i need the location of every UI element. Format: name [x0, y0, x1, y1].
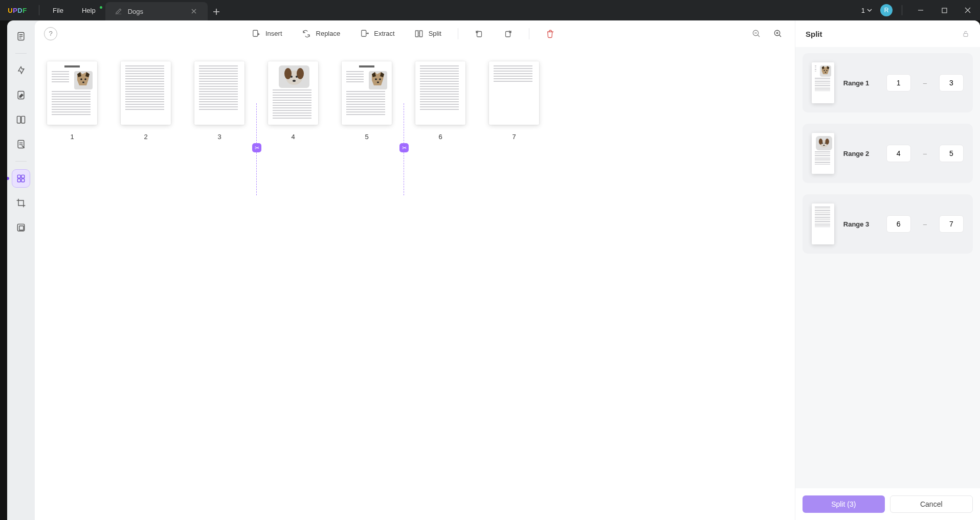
page-thumbnail[interactable]: 7 — [489, 61, 539, 141]
svg-point-25 — [297, 68, 304, 79]
split-confirm-button[interactable]: Split (3) — [803, 495, 885, 513]
page-tool[interactable] — [12, 111, 30, 128]
svg-rect-17 — [505, 31, 510, 37]
close-window-button[interactable] — [959, 0, 977, 20]
reader-tool[interactable] — [12, 28, 30, 45]
range-from-input[interactable] — [886, 215, 911, 233]
cancel-button[interactable]: Cancel — [890, 495, 973, 513]
svg-point-35 — [825, 72, 826, 73]
pencil-edit-icon — [115, 7, 123, 15]
split-icon — [414, 29, 424, 38]
update-dot-icon — [100, 6, 102, 9]
svg-point-31 — [377, 82, 379, 83]
divider — [458, 28, 458, 39]
svg-point-33 — [823, 70, 825, 71]
svg-rect-32 — [964, 33, 968, 36]
replace-button[interactable]: Replace — [299, 26, 344, 41]
range-label: Range 1 — [843, 79, 877, 87]
close-tab-button[interactable] — [189, 7, 198, 16]
titlebar: UPDF File Help Dogs 1 — [0, 0, 980, 20]
range-dash: – — [920, 220, 930, 228]
page-thumbnail[interactable]: 1 — [47, 61, 97, 141]
extract-icon — [360, 29, 369, 38]
svg-rect-16 — [477, 31, 481, 37]
range-dash: – — [920, 150, 930, 157]
split-panel: Split Range 1–Range 2–Range 3– Split (3)… — [795, 20, 980, 520]
svg-point-34 — [826, 70, 827, 71]
delete-page-button[interactable] — [543, 26, 558, 41]
crop-tool[interactable] — [12, 194, 30, 212]
range-from-input[interactable] — [886, 145, 911, 162]
edit-tool[interactable] — [12, 86, 30, 104]
range-thumbnail — [812, 133, 834, 174]
svg-rect-9 — [21, 179, 25, 182]
svg-point-24 — [284, 68, 292, 79]
account-switcher[interactable]: 1 — [858, 7, 875, 14]
tabstrip: Dogs — [105, 0, 225, 20]
rotate-left-button[interactable] — [472, 26, 487, 41]
divider — [39, 5, 39, 15]
extract-button[interactable]: Extract — [357, 26, 397, 41]
page-thumbnail[interactable]: 4 — [268, 61, 318, 141]
minimize-button[interactable] — [911, 0, 930, 20]
side-toolbar — [7, 20, 35, 520]
svg-point-27 — [296, 76, 298, 78]
range-card: Range 1– — [803, 53, 973, 112]
range-dash: – — [920, 79, 930, 87]
watermark-tool[interactable] — [12, 219, 30, 236]
svg-point-22 — [82, 82, 84, 83]
lock-icon[interactable] — [962, 30, 970, 38]
svg-rect-14 — [415, 31, 418, 37]
svg-rect-3 — [17, 116, 21, 123]
page-number: 3 — [217, 133, 221, 141]
scissors-icon: ✂ — [399, 143, 409, 152]
split-marker[interactable]: ✂ — [256, 103, 257, 195]
svg-rect-7 — [21, 175, 25, 178]
page-thumbnails-area[interactable]: 1234567 ✂ ✂ — [35, 47, 795, 520]
avatar[interactable]: R — [880, 4, 893, 16]
insert-button[interactable]: Insert — [248, 26, 285, 41]
svg-point-21 — [84, 78, 86, 80]
panel-title: Split — [806, 30, 822, 38]
range-to-input[interactable] — [939, 145, 964, 162]
organize-pages-tool[interactable] — [12, 170, 30, 187]
help-button[interactable]: ? — [44, 27, 57, 40]
page-number: 5 — [365, 133, 368, 141]
svg-point-30 — [379, 78, 381, 80]
comment-tool[interactable] — [12, 62, 30, 79]
tab-dogs[interactable]: Dogs — [105, 2, 208, 20]
new-tab-button[interactable] — [208, 3, 225, 20]
range-to-input[interactable] — [939, 74, 964, 92]
svg-point-40 — [825, 143, 826, 144]
range-card: Range 3– — [803, 194, 973, 254]
account-count: 1 — [861, 7, 865, 14]
range-to-input[interactable] — [939, 215, 964, 233]
zoom-in-button[interactable] — [770, 26, 786, 41]
svg-point-37 — [819, 139, 822, 145]
divider — [15, 161, 27, 162]
svg-point-38 — [826, 139, 829, 145]
split-button[interactable]: Split — [411, 26, 444, 41]
divider — [15, 53, 27, 54]
range-from-input[interactable] — [886, 74, 911, 92]
page-thumbnail[interactable]: 2 — [121, 61, 171, 141]
menu-help[interactable]: Help — [73, 0, 105, 20]
range-label: Range 3 — [843, 220, 877, 228]
divider — [902, 5, 902, 15]
rotate-right-button[interactable] — [500, 26, 516, 41]
svg-point-26 — [291, 76, 293, 78]
replace-icon — [302, 29, 311, 38]
insert-icon — [251, 29, 260, 38]
page-thumbnail[interactable]: 5 — [342, 61, 392, 141]
zoom-out-button[interactable] — [749, 26, 764, 41]
page-toolbar: ? Insert Replace Extract — [35, 20, 795, 47]
svg-rect-8 — [17, 179, 20, 182]
page-thumbnail[interactable]: 3 — [194, 61, 244, 141]
split-marker[interactable]: ✂ — [404, 103, 404, 195]
maximize-button[interactable] — [935, 0, 953, 20]
page-number: 4 — [291, 133, 295, 141]
svg-rect-4 — [21, 116, 25, 123]
form-tool[interactable] — [12, 135, 30, 153]
menu-file[interactable]: File — [43, 0, 73, 20]
page-thumbnail[interactable]: 6 — [415, 61, 465, 141]
